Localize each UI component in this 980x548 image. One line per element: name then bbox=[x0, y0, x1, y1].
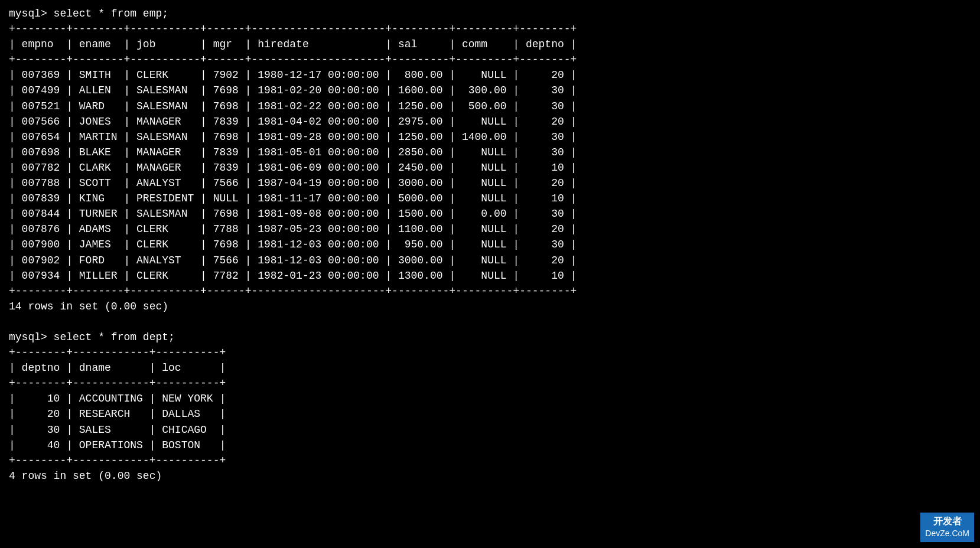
watermark: 开发者 DevZe.CoM bbox=[920, 513, 974, 542]
watermark-line1: 开发者 bbox=[925, 515, 969, 528]
terminal-output: mysql> select * from emp; +--------+----… bbox=[9, 6, 971, 484]
watermark-line2: DevZe.CoM bbox=[925, 528, 969, 540]
